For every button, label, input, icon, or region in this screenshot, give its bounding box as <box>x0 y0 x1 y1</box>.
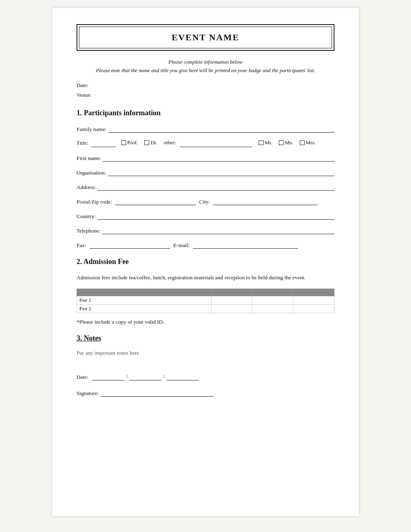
organisation-label: Organisation: <box>77 170 106 176</box>
form-page: EVENT NAME Please complete information b… <box>52 8 359 516</box>
email-input[interactable] <box>193 241 298 249</box>
organisation-input[interactable] <box>108 168 334 176</box>
ms-checkbox-wrap: Ms. <box>279 139 293 146</box>
table-row: Fee 2 <box>77 304 334 313</box>
mr-checkbox[interactable] <box>259 140 264 145</box>
city-label: City: <box>199 199 210 205</box>
dr-checkbox[interactable] <box>144 140 149 145</box>
fee1-col2 <box>211 296 252 304</box>
header-box-inner: EVENT NAME <box>77 25 334 50</box>
family-name-input[interactable] <box>108 125 334 133</box>
date-parts: / / <box>92 372 199 380</box>
country-input[interactable] <box>98 212 334 220</box>
mr-label: Mr. <box>265 139 272 146</box>
mrs-checkbox-wrap: Mrs. <box>300 139 316 146</box>
fee1-col4 <box>293 296 334 304</box>
mr-checkbox-item: Mr. <box>259 139 272 146</box>
fax-email-row: Fax: E-mail: <box>77 241 334 249</box>
date-row: Date: / / <box>77 372 334 380</box>
fee-table-header-row <box>77 289 334 296</box>
first-name-input[interactable] <box>103 154 334 162</box>
city-col: City: <box>199 197 318 205</box>
mr-checkbox-wrap: Mr. <box>259 139 272 146</box>
country-label: Country: <box>77 213 96 220</box>
dr-label: Dr. <box>150 139 157 146</box>
fee1-col3 <box>252 296 293 304</box>
email-label: E-mail: <box>173 242 190 249</box>
postal-input[interactable] <box>115 197 196 205</box>
date-day-input[interactable] <box>92 372 125 380</box>
fee-table-col1 <box>77 289 212 296</box>
title-input[interactable] <box>91 139 116 147</box>
instructions: Please complete information below Please… <box>77 58 334 75</box>
admission-description: Admission fees include tea/coffee, lunch… <box>77 273 334 282</box>
family-name-row: Family name: <box>77 125 334 133</box>
email-col: E-mail: <box>173 241 298 249</box>
prof-checkbox-item: Prof. <box>121 139 138 146</box>
fee2-col3 <box>252 304 293 313</box>
ms-checkbox[interactable] <box>279 140 284 145</box>
venue-label: Venue: <box>77 90 334 100</box>
telephone-label: Telephone: <box>77 228 101 234</box>
section1-heading: 1. Participants information <box>77 109 334 117</box>
dr-checkbox-item: Dr. <box>144 139 157 146</box>
header-box: EVENT NAME <box>77 24 334 51</box>
signature-area: Date: / / Signature: <box>77 372 334 397</box>
telephone-input[interactable] <box>102 226 334 234</box>
other-label: other: <box>164 139 176 146</box>
first-name-row: First name: <box>77 154 334 162</box>
prof-label: Prof. <box>127 139 138 146</box>
other-input[interactable] <box>180 139 252 147</box>
fee-table: Fee 1 Fee 2 <box>77 289 334 313</box>
title-row: Title: Prof. Dr. other: Mr. Ms. <box>77 139 334 147</box>
postal-col: Postal/Zip code: <box>77 197 196 205</box>
signature-row: Signature: <box>77 389 334 397</box>
date-slash1: / <box>126 373 128 380</box>
postal-label: Postal/Zip code: <box>77 199 112 205</box>
organisation-row: Organisation: <box>77 168 334 176</box>
address-label: Address: <box>77 184 96 191</box>
fee-table-col4 <box>293 289 334 296</box>
fee-table-col2 <box>211 289 252 296</box>
fee2-cell: Fee 2 <box>77 304 212 313</box>
fee-table-col3 <box>252 289 293 296</box>
date-venue-block: Date: Venue: <box>77 81 334 100</box>
mrs-checkbox[interactable] <box>300 140 305 145</box>
mrs-label: Mrs. <box>306 139 316 146</box>
dr-checkbox-wrap: Dr. <box>144 139 157 146</box>
section2-heading: 2. Admission Fee <box>77 258 334 266</box>
signature-label: Signature: <box>77 390 99 397</box>
ms-label: Ms. <box>285 139 293 146</box>
telephone-row: Telephone: <box>77 226 334 234</box>
mrs-checkbox-item: Mrs. <box>300 139 316 146</box>
prof-checkbox-wrap: Prof. <box>121 139 138 146</box>
table-row: Fee 1 <box>77 296 334 304</box>
date-month-input[interactable] <box>129 372 162 380</box>
address-row: Address: <box>77 183 334 191</box>
section3-heading: 3. Notes <box>77 334 334 343</box>
fee2-col4 <box>293 304 334 313</box>
first-name-label: First name: <box>77 155 101 162</box>
instruction-line2: Please note that the name and title you … <box>77 66 334 75</box>
date-year-input[interactable] <box>166 372 199 380</box>
city-input[interactable] <box>213 197 318 205</box>
signature-line <box>101 389 214 397</box>
valid-id-note: *Please include a copy of your valid ID. <box>77 319 334 325</box>
event-title: EVENT NAME <box>172 32 239 42</box>
date-slash2: / <box>163 373 165 380</box>
ms-checkbox-item: Ms. <box>279 139 293 146</box>
country-row: Country: <box>77 212 334 220</box>
fax-input[interactable] <box>89 241 170 249</box>
fee1-cell: Fee 1 <box>77 296 212 304</box>
sig-date-label: Date: <box>77 374 88 380</box>
address-input[interactable] <box>98 183 334 191</box>
fee2-col2 <box>211 304 252 313</box>
instruction-line1: Please complete information below <box>77 58 334 66</box>
prof-checkbox[interactable] <box>121 140 126 145</box>
title-label: Title: <box>77 140 88 146</box>
notes-placeholder-text: Put any important notes here <box>77 350 334 356</box>
fax-label: Fax: <box>77 242 86 249</box>
date-label: Date: <box>77 81 334 90</box>
family-name-label: Family name: <box>77 126 107 133</box>
postal-city-row: Postal/Zip code: City: <box>77 197 334 205</box>
